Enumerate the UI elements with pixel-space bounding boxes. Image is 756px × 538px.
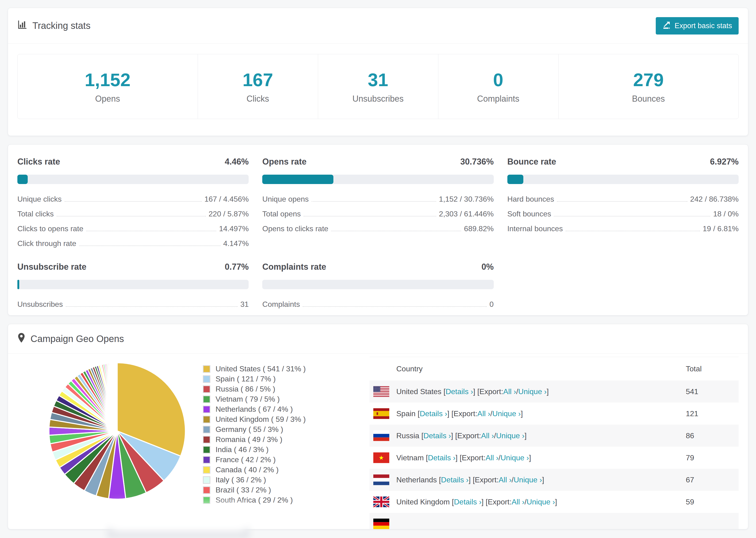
- geo-table-row: United Kingdom [Details ›] [Export: All …: [369, 491, 739, 513]
- rate-value: 6.927%: [710, 157, 739, 167]
- legend-label: Spain ( 121 / 7% ): [216, 375, 276, 383]
- details-link[interactable]: Details ›: [423, 431, 451, 440]
- rate-title: Bounce rate: [507, 157, 556, 167]
- details-link[interactable]: Details ›: [441, 476, 468, 484]
- rate-progress-fill: [507, 175, 523, 184]
- rate-progress-track: [17, 175, 249, 184]
- rate-detail-value: 2,303 / 61.446%: [439, 210, 494, 218]
- export-unique-link[interactable]: Unique ›: [527, 498, 555, 506]
- campaign-geo-opens-card: Campaign Geo Opens United States ( 541 /…: [8, 324, 748, 529]
- legend-swatch: [203, 426, 210, 433]
- stat-label: Clicks: [246, 94, 269, 104]
- legend-item: Spain ( 121 / 7% ): [203, 374, 346, 384]
- legend-swatch: [203, 365, 210, 373]
- rate-title: Complaints rate: [262, 262, 326, 272]
- pie-slice-other[interactable]: [117, 363, 117, 431]
- rate-progress-track: [17, 280, 249, 289]
- country-total: 67: [686, 476, 736, 484]
- stat-label: Opens: [95, 94, 120, 104]
- export-all-link[interactable]: All ›: [512, 498, 524, 506]
- legend-swatch: [203, 476, 210, 484]
- legend-item: Russia ( 86 / 5% ): [203, 384, 346, 394]
- tracking-stats-card: Tracking stats Export basic stats 1,152 …: [8, 8, 748, 136]
- dotted-leader: [66, 306, 238, 307]
- legend-swatch: [203, 375, 210, 383]
- details-link[interactable]: Details ›: [420, 409, 447, 418]
- rate-detail-row: Hard bounces 242 / 86.738%: [507, 195, 739, 203]
- country-name: United Kingdom: [396, 498, 450, 506]
- stat-value: 0: [493, 69, 503, 91]
- export-all-link[interactable]: All ›: [481, 431, 494, 440]
- tracking-stats-title: Tracking stats: [17, 20, 90, 32]
- export-basic-stats-button[interactable]: Export basic stats: [656, 17, 739, 34]
- dotted-leader: [311, 201, 436, 202]
- rate-detail-row: Internal bounces 19 / 6.81%: [507, 224, 739, 233]
- rate-section: Unsubscribe rate 0.77% Unsubscribes 31: [17, 262, 249, 309]
- rate-detail-value: 14.497%: [219, 224, 249, 233]
- rate-detail-row: Complaints 0: [262, 300, 494, 309]
- export-unique-link[interactable]: Unique ›: [501, 454, 529, 462]
- legend-label: Germany ( 55 / 3% ): [216, 425, 283, 434]
- export-all-link[interactable]: All ›: [503, 387, 516, 396]
- legend-label: Canada ( 40 / 2% ): [216, 465, 279, 474]
- rate-progress-fill: [17, 280, 19, 289]
- country-total: 79: [686, 454, 736, 462]
- rate-detail-label: Unique opens: [262, 195, 308, 203]
- geo-pie-chart[interactable]: [17, 357, 203, 529]
- export-unique-link[interactable]: Unique ›: [496, 431, 524, 440]
- export-unique-link[interactable]: Unique ›: [514, 476, 542, 484]
- details-link[interactable]: Details ›: [428, 454, 456, 462]
- rate-detail-row: Total clicks 220 / 5.87%: [17, 210, 249, 218]
- flag-icon-us: [373, 386, 389, 397]
- flag-icon-vn: [373, 452, 389, 463]
- rate-progress-track: [507, 175, 739, 184]
- export-all-link[interactable]: All ›: [499, 476, 512, 484]
- legend-item: South Africa ( 29 / 2% ): [203, 495, 346, 505]
- dotted-leader: [331, 231, 461, 231]
- export-all-link[interactable]: All ›: [477, 409, 490, 418]
- rate-detail-label: Soft bounces: [507, 210, 551, 218]
- legend-label: Russia ( 86 / 5% ): [216, 385, 275, 394]
- dotted-leader: [557, 201, 687, 202]
- details-link[interactable]: Details ›: [454, 498, 481, 506]
- geo-table-row-partial: [369, 513, 739, 529]
- legend-item: Brazil ( 33 / 2% ): [203, 485, 346, 495]
- page-title: Tracking stats: [32, 21, 90, 31]
- rate-value: 0%: [482, 262, 494, 272]
- geo-table-row: Netherlands [Details ›] [Export: All › /…: [369, 469, 739, 491]
- rate-section: Opens rate 30.736% Unique opens 1,152 / …: [262, 157, 494, 248]
- geo-body: United States ( 541 / 31% ) Spain ( 121 …: [8, 353, 748, 529]
- rate-detail-label: Total opens: [262, 210, 301, 218]
- flag-icon-de: [373, 518, 389, 529]
- map-pin-icon: [17, 333, 30, 345]
- export-unique-link[interactable]: Unique ›: [492, 409, 521, 418]
- rate-section: Bounce rate 6.927% Hard bounces 242 / 86…: [507, 157, 739, 248]
- legend-label: United States ( 541 / 31% ): [216, 364, 306, 373]
- legend-swatch: [203, 497, 210, 504]
- geo-table-header-row: Country Total: [369, 357, 739, 381]
- details-link[interactable]: Details ›: [446, 387, 473, 396]
- rate-detail-label: Internal bounces: [507, 224, 563, 233]
- geo-title: Campaign Geo Opens: [30, 334, 124, 344]
- export-all-link[interactable]: All ›: [486, 454, 499, 462]
- export-unique-link[interactable]: Unique ›: [518, 387, 547, 396]
- legend-label: Brazil ( 33 / 2% ): [216, 486, 271, 494]
- export-button-label: Export basic stats: [675, 22, 732, 30]
- stat-value: 167: [243, 69, 273, 91]
- rates-card: Clicks rate 4.46% Unique clicks 167 / 4.…: [8, 144, 748, 315]
- legend-swatch: [203, 396, 210, 403]
- country-name: Vietnam: [396, 454, 424, 462]
- rate-detail-value: 689.82%: [464, 224, 494, 233]
- legend-swatch: [203, 416, 210, 423]
- rate-detail-value: 1,152 / 30.736%: [439, 195, 494, 203]
- rate-title: Unsubscribe rate: [17, 262, 86, 272]
- rate-detail-row: Soft bounces 18 / 0%: [507, 210, 739, 218]
- legend-label: South Africa ( 29 / 2% ): [216, 496, 293, 505]
- tracking-stats-header: Tracking stats Export basic stats: [8, 8, 748, 44]
- rate-detail-row: Unique opens 1,152 / 30.736%: [262, 195, 494, 203]
- geo-table-row: United States [Details ›] [Export: All ›…: [369, 381, 739, 403]
- legend-swatch: [203, 486, 210, 494]
- legend-item: Italy ( 36 / 2% ): [203, 475, 346, 485]
- legend-swatch: [203, 385, 210, 393]
- rate-title: Opens rate: [262, 157, 306, 167]
